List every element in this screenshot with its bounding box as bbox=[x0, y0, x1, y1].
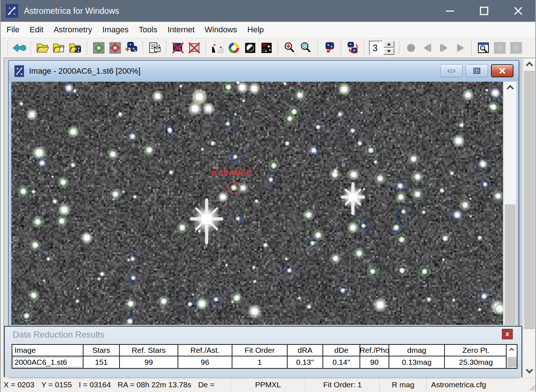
annotation-circle bbox=[478, 159, 488, 170]
menu-windows[interactable]: Windows bbox=[200, 22, 242, 38]
resize-grip[interactable] bbox=[528, 383, 536, 391]
annotation-circle bbox=[30, 240, 41, 250]
annotation-circle bbox=[307, 238, 318, 249]
invert-icon bbox=[244, 41, 257, 54]
menu-tools[interactable]: Tools bbox=[134, 22, 162, 38]
frame-number-value[interactable]: 3 bbox=[369, 41, 383, 55]
column-header-dra: dRA bbox=[288, 345, 323, 356]
image-minimize-button[interactable] bbox=[440, 64, 463, 77]
menu-help[interactable]: Help bbox=[242, 22, 269, 38]
annotation-circle bbox=[107, 149, 118, 160]
window-title: Astrometrica for Windows bbox=[24, 6, 119, 16]
known-object-overlay-button[interactable] bbox=[123, 40, 139, 56]
toolbar-separator bbox=[166, 41, 166, 55]
menu-astrometry[interactable]: Astrometry bbox=[48, 22, 97, 38]
image-close-button[interactable] bbox=[491, 64, 513, 77]
cell-dde: 0.14'' bbox=[323, 356, 360, 368]
blink-images-button[interactable] bbox=[258, 40, 275, 56]
cell-ref-pho: 90 bbox=[360, 356, 389, 368]
zoom-out-icon bbox=[300, 41, 313, 54]
annotation-circle bbox=[177, 222, 188, 233]
results-scroll-up-button[interactable] bbox=[507, 345, 517, 356]
image-vertical-scrollbar[interactable] bbox=[503, 82, 516, 325]
clear-frame-icon bbox=[188, 41, 201, 54]
image-window-icon bbox=[15, 65, 24, 77]
annotation-circle bbox=[249, 83, 260, 94]
annotation-circle bbox=[265, 174, 276, 185]
main-scroll-thumb[interactable] bbox=[524, 71, 535, 329]
open-star-catalog-button[interactable] bbox=[67, 40, 84, 56]
image-scroll-up-button[interactable] bbox=[504, 82, 516, 93]
open-images-button[interactable] bbox=[34, 40, 51, 56]
play-button bbox=[452, 40, 468, 56]
target-b-button bbox=[508, 40, 524, 56]
annotation-circle bbox=[408, 154, 419, 164]
magnifier-window-icon bbox=[477, 41, 490, 54]
annotation-circle bbox=[231, 293, 242, 303]
menu-edit[interactable]: Edit bbox=[24, 22, 48, 38]
results-scroll-thumb[interactable] bbox=[507, 357, 517, 367]
annotation-circle bbox=[391, 222, 402, 233]
results-close-button[interactable]: x bbox=[502, 329, 513, 339]
frame-down-button[interactable] bbox=[383, 48, 394, 55]
menu-images[interactable]: Images bbox=[97, 22, 134, 38]
menu-internet[interactable]: Internet bbox=[162, 22, 200, 38]
image-window-titlebar[interactable]: Image - 2000AC6_1.st6 [200%] bbox=[9, 61, 519, 81]
zoom-in-button[interactable] bbox=[281, 40, 298, 56]
menubar: File Edit Astrometry Images Tools Intern… bbox=[1, 22, 535, 38]
annotation-circle bbox=[127, 253, 138, 264]
image-minimize-icon bbox=[447, 68, 455, 73]
close-button[interactable] bbox=[501, 0, 535, 22]
results-table-scrollbar[interactable] bbox=[506, 345, 517, 368]
annotation-circle bbox=[419, 266, 430, 277]
status-ra: RA = 08h 22m 13.78s bbox=[118, 380, 191, 389]
find-moving-objects-button[interactable] bbox=[344, 40, 361, 56]
point-at-stars-button[interactable] bbox=[321, 40, 337, 56]
image-scroll-thumb[interactable] bbox=[505, 204, 516, 325]
background-flatten-button[interactable] bbox=[209, 40, 226, 56]
clear-stars-icon bbox=[171, 41, 184, 54]
status-fit-order: Fit Order: 1 bbox=[305, 378, 379, 391]
report-button[interactable] bbox=[146, 40, 163, 56]
magnifier-window-button[interactable] bbox=[475, 40, 491, 56]
cell-ref-ast: 96 bbox=[178, 356, 232, 368]
annotation-circle bbox=[110, 189, 121, 200]
annotation-circle bbox=[412, 171, 423, 182]
annotation-circle bbox=[365, 145, 376, 156]
close-icon bbox=[513, 6, 523, 16]
toolbar-handle bbox=[8, 41, 8, 55]
main-scroll-up-button[interactable] bbox=[523, 58, 535, 70]
reference-stars-green-button[interactable] bbox=[90, 40, 107, 56]
zoom-out-button[interactable] bbox=[298, 40, 314, 56]
main-scroll-down-button[interactable] bbox=[523, 365, 535, 377]
status-config-file: Astrometrica.cfg bbox=[426, 378, 536, 391]
invert-display-button[interactable] bbox=[242, 40, 258, 56]
annotation-circle bbox=[193, 90, 206, 103]
annotation-circle bbox=[64, 83, 74, 94]
annotation-circle bbox=[460, 200, 471, 211]
frame-up-button[interactable] bbox=[383, 41, 394, 48]
annotation-circle bbox=[237, 183, 248, 193]
reference-stars-red-button[interactable] bbox=[107, 40, 123, 56]
green-target-icon bbox=[92, 41, 105, 54]
clear-reference-stars-button[interactable] bbox=[170, 40, 186, 56]
annotation-circle bbox=[347, 125, 358, 136]
settings-button[interactable] bbox=[11, 40, 28, 56]
maximize-icon bbox=[480, 7, 488, 15]
minimize-button[interactable] bbox=[433, 0, 467, 22]
target-a-icon bbox=[493, 41, 506, 54]
open-folder-white-icon bbox=[52, 42, 66, 54]
cell-dra: 0.13'' bbox=[288, 356, 323, 368]
main-vertical-scrollbar[interactable] bbox=[523, 58, 535, 377]
toolbar-separator bbox=[341, 41, 341, 55]
cell-image[interactable]: 2000AC6_1.st6 bbox=[12, 356, 84, 368]
maximize-button[interactable] bbox=[467, 0, 501, 22]
results-data-row[interactable]: 2000AC6_1.st6 151 99 96 1 0.13'' 0.14'' … bbox=[12, 356, 517, 368]
color-composite-button[interactable] bbox=[226, 40, 242, 56]
open-new-images-button[interactable] bbox=[51, 40, 67, 56]
star-field-image[interactable]: K00A06C bbox=[11, 82, 503, 325]
menu-file[interactable]: File bbox=[1, 22, 24, 38]
clear-frame-button[interactable] bbox=[186, 40, 202, 56]
annotation-circle bbox=[396, 234, 407, 245]
image-restore-button[interactable] bbox=[466, 64, 488, 77]
